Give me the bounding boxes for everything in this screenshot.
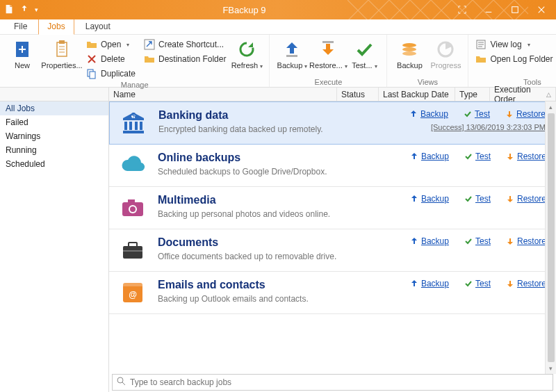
job-row[interactable]: Online backups Scheduled backups to Goog…	[109, 145, 556, 187]
svg-rect-35	[123, 246, 142, 259]
briefcase-icon	[119, 236, 147, 264]
col-type[interactable]: Type	[455, 88, 490, 101]
job-restore-link[interactable]: Restore	[506, 279, 546, 288]
new-button[interactable]: New	[4, 36, 40, 70]
destination-folder-button[interactable]: Destination Folder	[141, 52, 229, 66]
restore-button[interactable]: Restore...	[310, 36, 346, 70]
close-button[interactable]	[530, 0, 553, 19]
delete-button[interactable]: Delete	[83, 52, 138, 66]
svg-rect-26	[135, 122, 138, 130]
group-label-execute: Execute	[274, 78, 382, 87]
backup-button[interactable]: Backup	[274, 36, 310, 70]
job-row[interactable]: Multimedia Backing up personal photos an…	[109, 187, 556, 229]
properties-icon	[51, 39, 72, 60]
svg-point-41	[117, 377, 123, 383]
refresh-button[interactable]: Refresh	[229, 36, 265, 70]
job-backup-link[interactable]: Backup	[410, 194, 449, 204]
col-name[interactable]: Name	[109, 88, 337, 101]
job-backup-link[interactable]: Backup	[410, 236, 449, 246]
test-button[interactable]: Test...	[346, 36, 382, 70]
backup-up-icon	[281, 39, 302, 60]
search-icon	[117, 377, 126, 388]
sidebar-item-running[interactable]: Running	[0, 143, 108, 157]
job-description: Encrypted banking data backed up remotel…	[158, 124, 354, 134]
svg-rect-37	[123, 250, 142, 252]
col-status[interactable]: Status	[337, 88, 379, 101]
ribbon-group-views: Backup Progress Views	[387, 35, 468, 87]
open-button[interactable]: Open	[83, 38, 138, 51]
job-backup-link[interactable]: Backup	[410, 152, 449, 161]
col-last[interactable]: Last Backup Date	[379, 88, 455, 101]
tab-jobs[interactable]: Jobs	[38, 18, 74, 35]
create-shortcut-button[interactable]: Create Shortcut...	[141, 38, 229, 51]
job-test-link[interactable]: Test	[464, 194, 491, 204]
open-log-folder-button[interactable]: Open Log Folder	[473, 52, 555, 66]
vertical-scrollbar[interactable]: ▴ ▾	[545, 101, 556, 374]
column-headers: Name Status Last Backup Date Type Execut…	[0, 88, 556, 101]
shortcut-icon	[144, 39, 155, 50]
job-restore-link[interactable]: Restore	[505, 109, 546, 119]
col-exec[interactable]: Execution Order△	[490, 88, 556, 101]
search-row	[112, 374, 553, 391]
tab-layout[interactable]: Layout	[77, 19, 119, 34]
properties-button[interactable]: Properties...	[40, 36, 83, 70]
job-row[interactable]: Documents Office documents backed up to …	[109, 229, 556, 272]
job-test-link[interactable]: Test	[464, 152, 491, 161]
menu-tabs: File Jobs Layout	[0, 19, 556, 35]
camera-icon	[119, 194, 147, 222]
cloud-icon	[119, 152, 147, 179]
tab-file[interactable]: File	[6, 19, 35, 34]
sidebar: All JobsFailedWarningsRunningScheduled	[0, 101, 109, 392]
job-meta[interactable]: [Success] 13/06/2019 3:23:03 PM	[431, 123, 546, 131]
job-title: Documents	[158, 236, 354, 249]
job-row[interactable]: $ Banking data Encrypted banking data ba…	[109, 101, 556, 145]
views-progress-button[interactable]: Progress	[427, 36, 464, 70]
folder-icon	[475, 54, 486, 65]
job-title: Banking data	[158, 109, 354, 122]
svg-point-34	[130, 206, 136, 212]
job-test-link[interactable]: Test	[464, 236, 491, 246]
folder-icon	[144, 54, 155, 65]
job-restore-link[interactable]: Restore	[506, 194, 546, 204]
sidebar-item-warnings[interactable]: Warnings	[0, 129, 108, 143]
jobs-list: $ Banking data Encrypted banking data ba…	[109, 101, 556, 371]
svg-rect-32	[128, 199, 135, 203]
fullscreen-button[interactable]	[450, 0, 474, 19]
job-title: Multimedia	[158, 194, 354, 206]
main-panel: $ Banking data Encrypted banking data ba…	[109, 101, 556, 392]
progress-icon	[435, 39, 456, 60]
job-test-link[interactable]: Test	[464, 279, 491, 288]
ribbon-group-execute: Backup Restore... Test... Execute	[270, 35, 387, 87]
delete-icon	[86, 54, 97, 65]
svg-rect-12	[145, 40, 154, 49]
duplicate-button[interactable]: Duplicate	[83, 67, 138, 81]
view-log-button[interactable]: View log	[473, 38, 555, 51]
search-input[interactable]	[130, 377, 548, 387]
restore-down-icon	[318, 39, 338, 60]
svg-rect-14	[322, 41, 334, 43]
views-backup-button[interactable]: Backup	[391, 36, 427, 70]
sidebar-item-all-jobs[interactable]: All Jobs	[0, 101, 108, 115]
ribbon-group-manage: New Properties... Open Delete Duplicate …	[0, 35, 270, 87]
svg-rect-1	[512, 7, 518, 13]
new-doc-icon[interactable]	[4, 4, 14, 16]
svg-point-15	[402, 43, 416, 47]
group-label-views: Views	[391, 78, 464, 87]
job-backup-link[interactable]: Backup	[409, 109, 448, 119]
svg-rect-13	[286, 55, 297, 57]
maximize-button[interactable]	[503, 0, 527, 19]
duplicate-icon	[86, 68, 97, 79]
at-icon: @	[119, 279, 147, 307]
minimize-button[interactable]	[477, 0, 500, 19]
job-row[interactable]: @ Emails and contacts Backing up Outlook…	[109, 272, 556, 314]
svg-line-42	[122, 382, 125, 385]
job-description: Backing up personal photos and videos on…	[158, 209, 354, 219]
sidebar-item-failed[interactable]: Failed	[0, 115, 108, 129]
job-backup-link[interactable]: Backup	[410, 279, 449, 288]
ribbon-group-tools: View log Open Log Folder Messages Tools	[468, 35, 556, 87]
upload-icon[interactable]	[19, 4, 29, 16]
job-test-link[interactable]: Test	[464, 109, 490, 119]
job-restore-link[interactable]: Restore	[506, 152, 546, 161]
job-restore-link[interactable]: Restore	[506, 236, 546, 246]
sidebar-item-scheduled[interactable]: Scheduled	[0, 157, 108, 171]
